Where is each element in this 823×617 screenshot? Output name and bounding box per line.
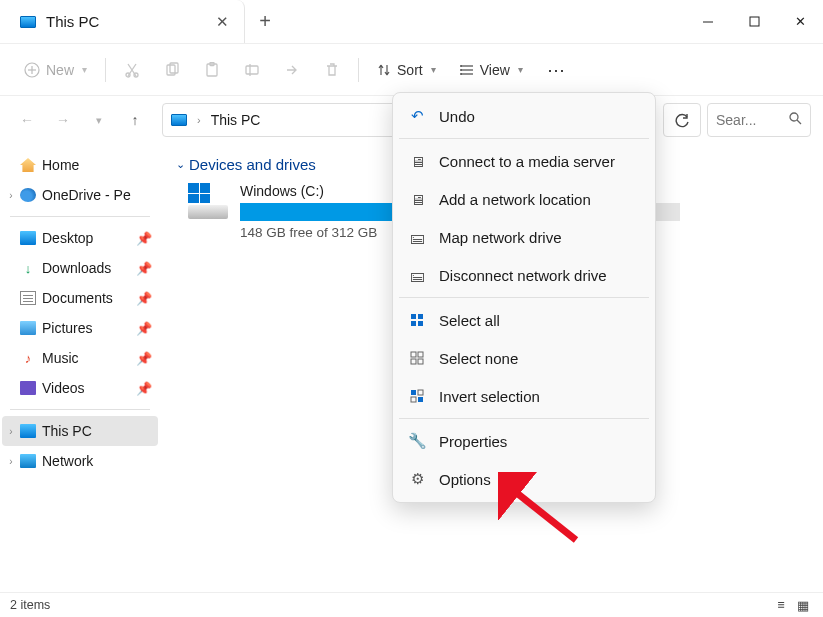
sidebar-item-onedrive[interactable]: ›OneDrive - Pe <box>2 180 158 210</box>
pin-icon: 📌 <box>136 381 152 396</box>
drive-icon <box>188 183 228 219</box>
sidebar-item-documents[interactable]: Documents📌 <box>2 283 158 313</box>
menu-select-none[interactable]: Select none <box>393 339 655 377</box>
copy-button[interactable] <box>154 52 190 88</box>
wrench-icon: 🔧 <box>409 433 425 449</box>
expand-icon[interactable]: › <box>6 190 16 201</box>
toolbar-divider <box>358 58 359 82</box>
menu-options[interactable]: ⚙Options <box>393 460 655 498</box>
select-all-icon <box>409 312 425 328</box>
menu-disconnect-network-drive[interactable]: 🖴Disconnect network drive <box>393 256 655 294</box>
paste-icon <box>204 62 220 78</box>
minimize-button[interactable] <box>685 0 731 43</box>
menu-label: Properties <box>439 433 507 450</box>
more-button[interactable]: ⋯ <box>537 52 576 88</box>
rename-button[interactable] <box>234 52 270 88</box>
music-icon: ♪ <box>20 351 36 365</box>
svg-point-16 <box>460 65 462 67</box>
forward-button[interactable]: → <box>48 105 78 135</box>
menu-undo[interactable]: ↶Undo <box>393 97 655 135</box>
sidebar-label: Desktop <box>42 230 93 246</box>
menu-map-network-drive[interactable]: 🖴Map network drive <box>393 218 655 256</box>
menu-label: Select none <box>439 350 518 367</box>
svg-rect-22 <box>418 314 423 319</box>
menu-label: Map network drive <box>439 229 562 246</box>
share-button[interactable] <box>274 52 310 88</box>
document-icon <box>20 291 36 305</box>
sidebar-item-downloads[interactable]: ↓Downloads📌 <box>2 253 158 283</box>
sidebar-label: This PC <box>42 423 92 439</box>
sidebar-item-videos[interactable]: Videos📌 <box>2 373 158 403</box>
pictures-icon <box>20 321 36 335</box>
sidebar-item-desktop[interactable]: Desktop📌 <box>2 223 158 253</box>
sidebar-divider <box>10 409 150 410</box>
select-none-icon <box>409 350 425 366</box>
chevron-down-icon: ▾ <box>82 64 87 75</box>
refresh-icon <box>675 113 690 128</box>
delete-button[interactable] <box>314 52 350 88</box>
context-menu: ↶Undo 🖥Connect to a media server 🖥Add a … <box>392 92 656 503</box>
toolbar-divider <box>105 58 106 82</box>
sidebar-item-pictures[interactable]: Pictures📌 <box>2 313 158 343</box>
menu-separator <box>399 418 649 419</box>
new-label: New <box>46 62 74 78</box>
home-icon <box>20 158 36 172</box>
menu-properties[interactable]: 🔧Properties <box>393 422 655 460</box>
svg-point-17 <box>460 69 462 71</box>
refresh-button[interactable] <box>663 103 701 137</box>
thumbnails-view-button[interactable]: ▦ <box>793 596 813 614</box>
network-icon <box>20 454 36 468</box>
sidebar-item-music[interactable]: ♪Music📌 <box>2 343 158 373</box>
this-pc-icon <box>20 16 36 28</box>
sidebar-item-network[interactable]: ›Network <box>2 446 158 476</box>
recent-locations-button[interactable]: ▾ <box>84 105 114 135</box>
download-icon: ↓ <box>20 261 36 275</box>
menu-connect-media-server[interactable]: 🖥Connect to a media server <box>393 142 655 180</box>
sort-label: Sort <box>397 62 423 78</box>
titlebar: This PC ✕ + ✕ <box>0 0 823 44</box>
sidebar-label: Documents <box>42 290 113 306</box>
new-tab-button[interactable]: + <box>245 0 285 43</box>
back-button[interactable]: ← <box>12 105 42 135</box>
sidebar-label: Network <box>42 453 93 469</box>
up-button[interactable]: ↑ <box>120 105 150 135</box>
paste-button[interactable] <box>194 52 230 88</box>
sidebar-item-thispc[interactable]: ›This PC <box>2 416 158 446</box>
close-window-button[interactable]: ✕ <box>777 0 823 43</box>
menu-label: Disconnect network drive <box>439 267 607 284</box>
breadcrumb-location[interactable]: This PC <box>211 112 261 128</box>
maximize-button[interactable] <box>731 0 777 43</box>
sidebar-label: Downloads <box>42 260 111 276</box>
search-placeholder: Sear... <box>716 112 756 128</box>
sort-icon <box>377 63 391 77</box>
rename-icon <box>244 62 260 78</box>
expand-icon[interactable]: › <box>6 426 16 437</box>
pin-icon: 📌 <box>136 231 152 246</box>
sort-button[interactable]: Sort ▾ <box>367 52 446 88</box>
pin-icon: 📌 <box>136 351 152 366</box>
menu-invert-selection[interactable]: Invert selection <box>393 377 655 415</box>
view-button[interactable]: View ▾ <box>450 52 533 88</box>
this-pc-icon <box>20 424 36 438</box>
details-view-button[interactable]: ≡ <box>771 596 791 614</box>
sidebar-divider <box>10 216 150 217</box>
toolbar: New ▾ Sort ▾ View ▾ ⋯ <box>0 44 823 96</box>
search-icon <box>789 112 802 128</box>
expand-icon[interactable]: › <box>6 456 16 467</box>
tab-close-button[interactable]: ✕ <box>214 13 230 31</box>
menu-select-all[interactable]: Select all <box>393 301 655 339</box>
svg-rect-26 <box>418 352 423 357</box>
menu-label: Select all <box>439 312 500 329</box>
window-tab[interactable]: This PC ✕ <box>0 0 245 43</box>
map-drive-icon: 🖴 <box>409 229 425 245</box>
cut-button[interactable] <box>114 52 150 88</box>
new-button[interactable]: New ▾ <box>14 52 97 88</box>
menu-add-network-location[interactable]: 🖥Add a network location <box>393 180 655 218</box>
sidebar-item-home[interactable]: Home <box>2 150 158 180</box>
menu-separator <box>399 297 649 298</box>
navigation-pane: Home ›OneDrive - Pe Desktop📌 ↓Downloads📌… <box>0 144 160 592</box>
search-box[interactable]: Sear... <box>707 103 811 137</box>
media-server-icon: 🖥 <box>409 153 425 169</box>
share-icon <box>284 62 300 78</box>
section-title: Devices and drives <box>189 156 316 173</box>
